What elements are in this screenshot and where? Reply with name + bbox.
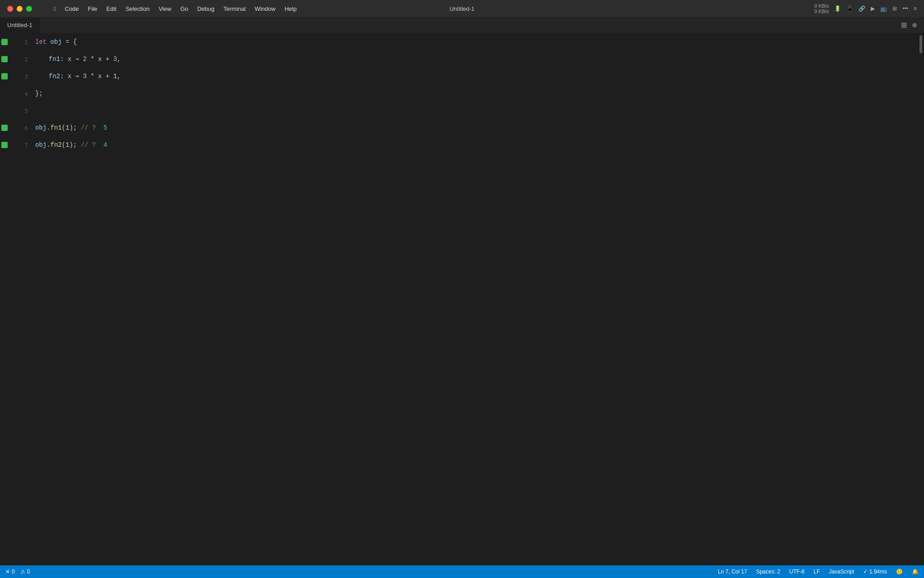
menu-window[interactable]: Window xyxy=(251,4,279,14)
network-status-icon: 0 KB/s0 KB/s xyxy=(814,3,829,14)
code-line-7: obj.fn2(1); // ? 4 xyxy=(35,136,918,154)
line-decorations xyxy=(0,33,9,565)
smiley-icon[interactable]: 🙂 xyxy=(896,569,903,575)
menu-help[interactable]: Help xyxy=(281,4,300,14)
menu-go[interactable]: Go xyxy=(177,4,192,14)
breakpoint-7[interactable] xyxy=(1,142,8,148)
error-count[interactable]: ✕ 0 ⚠ 0 xyxy=(5,569,30,575)
warning-number: 0 xyxy=(27,569,30,575)
indent-3 xyxy=(35,68,49,85)
menu-selection[interactable]: Selection xyxy=(122,4,153,14)
code-line-6: obj.fn1(1); // ? 5 xyxy=(35,119,918,136)
num-2: 2 xyxy=(83,51,87,68)
line-ending[interactable]: LF xyxy=(813,569,820,575)
x-2: x xyxy=(98,51,102,68)
cursor-position[interactable]: Ln 7, Col 17 xyxy=(718,569,747,575)
extensions-icon: ⊞ xyxy=(892,5,897,12)
title-bar-left:  Code File Edit Selection View Go Debug… xyxy=(0,4,300,14)
split-editor-icon[interactable]: ⊞ xyxy=(901,21,907,29)
title-bar:  Code File Edit Selection View Go Debug… xyxy=(0,0,924,17)
menu-terminal[interactable]: Terminal xyxy=(220,4,249,14)
breakpoint-2[interactable] xyxy=(1,56,8,62)
menu-edit[interactable]: Edit xyxy=(103,4,120,14)
fn1-key: fn1 xyxy=(49,51,60,68)
comment-7: // ? xyxy=(81,136,100,154)
tab-untitled[interactable]: Untitled-1 xyxy=(0,17,40,33)
status-bar: ✕ 0 ⚠ 0 Ln 7, Col 17 Spaces: 2 UTF-8 LF … xyxy=(0,565,924,578)
phone-icon: 📱 xyxy=(846,5,853,12)
space-6 xyxy=(77,119,80,136)
plus-2: + xyxy=(102,51,113,68)
close-paren-7: ); xyxy=(69,136,77,154)
menu-code[interactable]: Code xyxy=(61,4,83,14)
more-icon: ••• xyxy=(902,5,908,12)
op-3: * xyxy=(87,68,98,85)
cast-icon: 📺 xyxy=(880,5,887,12)
fn1-call: fn1 xyxy=(51,119,62,136)
arg-6: 1 xyxy=(65,119,69,136)
line-num-1: 1 xyxy=(24,33,28,51)
breakpoint-1[interactable] xyxy=(1,39,8,45)
maximize-button[interactable] xyxy=(26,6,32,12)
menu-view[interactable]: View xyxy=(155,4,175,14)
minimize-button[interactable] xyxy=(17,6,23,12)
code-editor[interactable]: let obj = { fn1: x ⇒ 2 * x + 3, fn2: x ⇒… xyxy=(32,33,918,565)
code-line-3: fn2: x ⇒ 3 * x + 1, xyxy=(35,68,918,85)
close-button[interactable] xyxy=(7,6,13,12)
plugin-status[interactable]: ✓ 1.94ms xyxy=(863,569,887,575)
menu-debug[interactable]: Debug xyxy=(194,4,218,14)
line-num-3: 3 xyxy=(24,68,28,85)
window-title: Untitled-1 xyxy=(449,5,475,12)
code-line-4: }; xyxy=(35,85,918,102)
encoding[interactable]: UTF-8 xyxy=(789,569,804,575)
menu-apple[interactable]:  xyxy=(50,4,60,14)
line-num-7: 7 xyxy=(24,136,28,154)
battery-icon: 🔋 xyxy=(834,5,841,12)
fn2-key: fn2 xyxy=(49,68,60,85)
line-num-5: 5 xyxy=(24,102,28,119)
close-paren-6: ); xyxy=(69,119,77,136)
dot-icon xyxy=(912,23,917,28)
closing-brace: }; xyxy=(35,85,43,102)
status-right: Ln 7, Col 17 Spaces: 2 UTF-8 LF JavaScri… xyxy=(718,569,919,575)
colon-2: : xyxy=(60,51,68,68)
error-number: 0 xyxy=(12,569,15,575)
gutter: 1 2 3 4 5 6 7 xyxy=(9,33,32,565)
line-deco-4 xyxy=(0,85,9,102)
code-line-1: let obj = { xyxy=(35,33,918,51)
warning-icon: ⚠ xyxy=(20,569,25,575)
line-deco-2 xyxy=(0,51,9,68)
notification-bell[interactable]: 🔔 xyxy=(912,569,919,575)
var-obj: obj xyxy=(51,33,62,51)
menu-bar:  Code File Edit Selection View Go Debug… xyxy=(50,4,300,14)
line-deco-5 xyxy=(0,102,9,119)
obj-ref-7: obj xyxy=(35,136,46,154)
language-mode[interactable]: JavaScript xyxy=(829,569,854,575)
space-7 xyxy=(77,136,80,154)
arrow-3: ⇒ xyxy=(71,68,83,85)
code-line-2: fn1: x ⇒ 2 * x + 3, xyxy=(35,51,918,68)
line-num-6: 6 xyxy=(24,119,28,136)
indent-2 xyxy=(35,51,49,68)
breakpoint-3[interactable] xyxy=(1,73,8,79)
line-num-2: 2 xyxy=(24,51,28,68)
breakpoint-6[interactable] xyxy=(1,125,8,131)
num-3a: 3 xyxy=(83,68,87,85)
arg-7: 1 xyxy=(65,136,69,154)
dot-6: . xyxy=(46,119,50,136)
result-6: 5 xyxy=(100,119,107,136)
equals: = { xyxy=(62,33,77,51)
obj-ref-6: obj xyxy=(35,119,46,136)
spaces-setting[interactable]: Spaces: 2 xyxy=(756,569,780,575)
x-3: x xyxy=(98,68,102,85)
comment-6: // ? xyxy=(81,119,100,136)
tab-right-icons: ⊞ xyxy=(901,17,924,33)
keyword-let: let xyxy=(35,33,51,51)
code-line-5 xyxy=(35,102,918,119)
comma-2: , xyxy=(117,51,120,68)
traffic-lights xyxy=(7,6,32,12)
scrollbar-thumb[interactable] xyxy=(919,35,922,53)
scrollbar-track[interactable] xyxy=(918,33,924,565)
menu-file[interactable]: File xyxy=(84,4,101,14)
list-icon: ≡ xyxy=(914,5,917,12)
